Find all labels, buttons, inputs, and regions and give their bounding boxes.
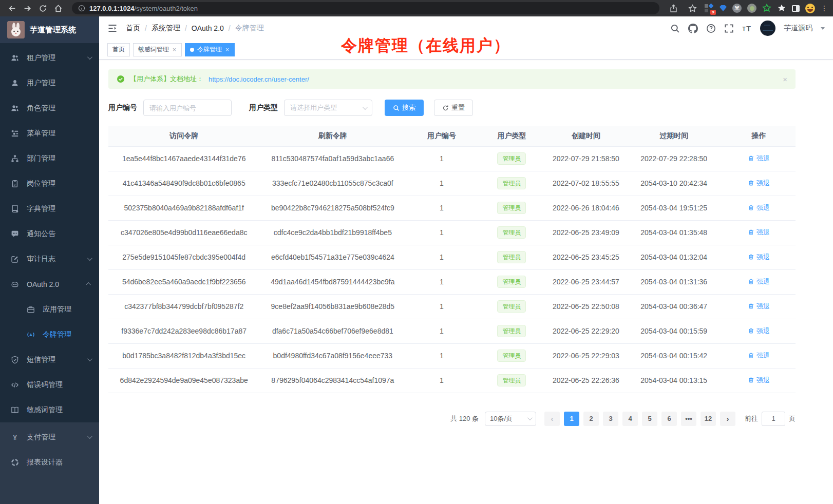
trash-icon bbox=[748, 155, 754, 162]
sidebar-item[interactable]: 通知公告 bbox=[0, 221, 99, 246]
sidebar-item[interactable]: 审计日志 bbox=[0, 246, 99, 272]
browser-toolbar: 127.0.0.1:1024/system/oauth2/token 9 ⌘ ⋮ bbox=[0, 0, 833, 16]
sidebar-item[interactable]: 应用管理 bbox=[0, 297, 99, 322]
goto-label: 前往 bbox=[745, 414, 758, 423]
sidebar-item[interactable]: 岗位管理 bbox=[0, 171, 99, 196]
username[interactable]: 芋道源码 bbox=[784, 24, 812, 33]
tab-close-icon[interactable]: × bbox=[172, 46, 177, 53]
force-logout-button[interactable]: 强退 bbox=[748, 277, 770, 286]
sidebar-item[interactable]: OAuth 2.0 bbox=[0, 272, 99, 297]
force-logout-button[interactable]: 强退 bbox=[748, 228, 770, 237]
page-size-select[interactable]: 10条/页 bbox=[485, 412, 536, 426]
force-logout-button[interactable]: 强退 bbox=[748, 253, 770, 262]
page-number-button[interactable]: 4 bbox=[622, 412, 638, 426]
sidebar-item[interactable]: 菜单管理 bbox=[0, 121, 99, 146]
sidebar-item[interactable]: 租户管理 bbox=[0, 45, 99, 70]
site-info-icon[interactable] bbox=[78, 5, 85, 12]
green-star-extension-icon[interactable] bbox=[762, 4, 771, 13]
font-size-icon[interactable]: TT bbox=[742, 24, 752, 33]
sidebar-item[interactable]: 短信管理 bbox=[0, 347, 99, 372]
browser-reload-icon[interactable] bbox=[36, 2, 49, 15]
svg-text:T: T bbox=[743, 26, 746, 32]
user-id-cell: 1 bbox=[406, 368, 477, 393]
user-id-input[interactable] bbox=[143, 100, 232, 116]
chevron-down-icon bbox=[87, 256, 92, 261]
force-logout-label: 强退 bbox=[756, 326, 770, 336]
force-logout-button[interactable]: 强退 bbox=[748, 302, 770, 311]
sidebar-item[interactable]: 字典管理 bbox=[0, 196, 99, 221]
profile-emoji-avatar[interactable] bbox=[805, 4, 815, 13]
sidebar-item[interactable]: 用户管理 bbox=[0, 70, 99, 95]
sidebar-item[interactable]: 敏感词管理 bbox=[0, 397, 99, 422]
breadcrumb-item[interactable]: 首页 bbox=[126, 24, 140, 33]
access-token-cell: c347026e805e4d99b0d116eae66eda8c bbox=[108, 220, 259, 245]
command-extension-icon[interactable]: ⌘ bbox=[732, 4, 742, 13]
reset-button[interactable]: 重置 bbox=[434, 100, 473, 116]
page-number-button[interactable]: 12 bbox=[701, 412, 716, 426]
tag-item[interactable]: 首页 bbox=[107, 43, 130, 56]
bookmark-star-icon[interactable] bbox=[686, 2, 699, 15]
created-at-cell: 2022-07-02 18:55:55 bbox=[546, 171, 626, 196]
address-bar[interactable]: 127.0.0.1:1024/system/oauth2/token bbox=[72, 2, 659, 14]
github-icon[interactable] bbox=[688, 24, 698, 33]
force-logout-button[interactable]: 强退 bbox=[748, 179, 770, 188]
sidebar-item[interactable]: ¥支付管理 bbox=[0, 424, 99, 450]
expires-at-cell: 2022-07-29 22:28:50 bbox=[626, 146, 722, 171]
page-number-button[interactable]: 1 bbox=[564, 412, 579, 426]
created-at-cell: 2022-06-25 22:26:36 bbox=[546, 368, 626, 393]
page-number-button[interactable]: 5 bbox=[642, 412, 657, 426]
record-extension-icon[interactable] bbox=[747, 4, 756, 13]
gem-extension-icon[interactable] bbox=[720, 5, 727, 11]
pinned-extension-icon[interactable] bbox=[777, 4, 786, 13]
force-logout-button[interactable]: 强退 bbox=[748, 154, 770, 163]
breadcrumb-item[interactable]: OAuth 2.0 bbox=[192, 24, 224, 32]
user-type-badge: 管理员 bbox=[497, 251, 526, 263]
browser-back-icon[interactable] bbox=[5, 2, 18, 15]
sidebar-item[interactable]: A令牌管理 bbox=[0, 322, 99, 347]
sidebar-toggle-icon[interactable] bbox=[792, 5, 800, 12]
alert-doc-link[interactable]: https://doc.iocoder.cn/user-center/ bbox=[209, 75, 309, 83]
force-logout-button[interactable]: 强退 bbox=[748, 326, 770, 336]
force-logout-button[interactable]: 强退 bbox=[748, 351, 770, 360]
sidebar-collapse-icon[interactable] bbox=[107, 23, 118, 33]
post-icon bbox=[11, 180, 19, 188]
chevron-down-icon bbox=[87, 356, 92, 361]
tag-item[interactable]: 敏感词管理× bbox=[133, 43, 182, 56]
fullscreen-icon[interactable] bbox=[724, 24, 734, 33]
expires-at-cell: 2054-03-04 01:31:36 bbox=[626, 269, 722, 294]
force-logout-button[interactable]: 强退 bbox=[748, 203, 770, 212]
search-button-icon bbox=[393, 105, 400, 111]
pager-more-button[interactable]: ••• bbox=[681, 412, 696, 426]
breadcrumb-item[interactable]: 系统管理 bbox=[152, 24, 180, 33]
tab-close-icon[interactable]: × bbox=[225, 46, 230, 53]
alert-close-icon[interactable]: × bbox=[783, 75, 787, 84]
search-button[interactable]: 搜索 bbox=[385, 100, 424, 116]
page-number-button[interactable]: 2 bbox=[583, 412, 599, 426]
sidebar-item[interactable]: 报表设计器 bbox=[0, 450, 99, 475]
sidebar-item[interactable]: 错误码管理 bbox=[0, 372, 99, 397]
user-type-select[interactable]: 请选择用户类型 bbox=[284, 100, 372, 116]
browser-home-icon[interactable] bbox=[51, 2, 65, 15]
force-logout-button[interactable]: 强退 bbox=[748, 376, 770, 385]
extension-grid-icon[interactable]: 9 bbox=[705, 4, 714, 13]
sidebar-item[interactable]: 部门管理 bbox=[0, 146, 99, 171]
user-avatar[interactable] bbox=[760, 21, 775, 36]
browser-forward-icon[interactable] bbox=[21, 2, 34, 15]
page-size-value: 10条/页 bbox=[490, 414, 513, 423]
page-number-button[interactable]: 3 bbox=[603, 412, 618, 426]
prev-page-button[interactable]: ‹ bbox=[544, 412, 560, 426]
sidebar-item[interactable]: 角色管理 bbox=[0, 95, 99, 121]
help-icon[interactable] bbox=[706, 24, 716, 33]
browser-menu-icon[interactable]: ⋮ bbox=[821, 4, 826, 12]
search-icon[interactable] bbox=[670, 24, 680, 33]
user-id-cell: 1 bbox=[406, 220, 477, 245]
user-menu-caret-icon[interactable] bbox=[821, 27, 825, 30]
goto-page-input[interactable] bbox=[762, 412, 785, 426]
refresh-token-cell: cdfc4ce9c2da4bb1bdf21b9918ff4be5 bbox=[259, 220, 406, 245]
tag-active[interactable]: 令牌管理× bbox=[185, 43, 235, 56]
page-number-button[interactable]: 6 bbox=[661, 412, 677, 426]
next-page-button[interactable]: › bbox=[720, 412, 735, 426]
table-row: b0d1785bc3a8482f812db4a3f3bd15ecb0df4980… bbox=[108, 343, 796, 368]
share-icon[interactable] bbox=[667, 2, 680, 15]
refresh-token-cell: be90422b8c7946218275a508bf524fc9 bbox=[259, 196, 406, 220]
